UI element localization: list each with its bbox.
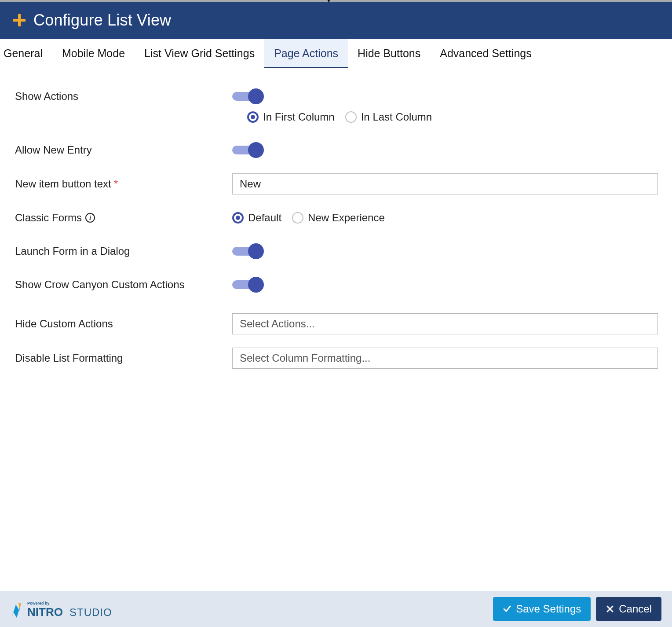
launch-form-dialog-toggle[interactable]: [232, 243, 262, 259]
svg-text:STUDIO: STUDIO: [69, 606, 112, 618]
tab-page-actions[interactable]: Page Actions: [264, 39, 348, 68]
form-content: Show Actions In First Column In Last Col…: [0, 69, 672, 591]
page-title: Configure List View: [33, 11, 171, 29]
radio-label: In Last Column: [361, 111, 432, 123]
label-text: Classic Forms: [15, 212, 82, 224]
show-crow-canyon-label: Show Crow Canyon Custom Actions: [15, 279, 232, 291]
tab-advanced-settings[interactable]: Advanced Settings: [430, 39, 541, 68]
show-actions-toggle[interactable]: [232, 88, 262, 104]
footer-logo: Powered by NITRO STUDIO: [11, 598, 125, 620]
button-label: Cancel: [619, 603, 652, 615]
radio-icon: [345, 111, 357, 123]
tab-hide-buttons[interactable]: Hide Buttons: [348, 39, 430, 68]
radio-label: Default: [248, 212, 281, 224]
svg-text:Powered by: Powered by: [27, 601, 50, 605]
new-item-button-text-label: New item button text*: [15, 178, 232, 190]
button-label: Save Settings: [516, 603, 581, 615]
check-icon: [503, 605, 511, 613]
new-item-button-text-input[interactable]: [232, 173, 658, 194]
radio-in-last-column[interactable]: In Last Column: [345, 111, 432, 123]
column-position-radio-group: In First Column In Last Column: [247, 111, 432, 123]
footer-bar: Powered by NITRO STUDIO Save Settings Ca…: [0, 591, 672, 627]
svg-text:NITRO: NITRO: [27, 605, 63, 619]
radio-label: New Experience: [308, 212, 385, 224]
svg-rect-1: [13, 19, 26, 22]
launch-form-dialog-label: Launch Form in a Dialog: [15, 245, 232, 257]
plus-icon: [12, 13, 26, 27]
show-crow-canyon-toggle[interactable]: [232, 277, 262, 293]
label-text: New item button text: [15, 178, 111, 190]
hide-custom-actions-select[interactable]: Select Actions...: [232, 313, 658, 334]
classic-forms-radio-group: Default New Experience: [232, 212, 385, 224]
info-icon[interactable]: i: [85, 213, 95, 223]
required-asterisk: *: [114, 178, 118, 190]
nitro-studio-logo-icon: Powered by NITRO STUDIO: [11, 598, 125, 620]
radio-icon: [247, 111, 259, 123]
tab-mobile-mode[interactable]: Mobile Mode: [52, 39, 135, 68]
radio-icon: [232, 212, 244, 224]
radio-in-first-column[interactable]: In First Column: [247, 111, 335, 123]
disable-list-formatting-select[interactable]: Select Column Formatting...: [232, 348, 658, 369]
tab-general[interactable]: General: [0, 39, 52, 68]
radio-icon: [292, 212, 303, 224]
select-placeholder: Select Column Formatting...: [240, 352, 370, 364]
page-header: Configure List View: [0, 2, 672, 39]
allow-new-entry-label: Allow New Entry: [15, 144, 232, 156]
select-placeholder: Select Actions...: [240, 318, 315, 330]
radio-default[interactable]: Default: [232, 212, 281, 224]
caret-mark: ▾: [327, 0, 330, 2]
save-settings-button[interactable]: Save Settings: [493, 597, 591, 621]
hide-custom-actions-label: Hide Custom Actions: [15, 318, 232, 330]
show-actions-label: Show Actions: [15, 90, 232, 103]
tab-list-view-grid[interactable]: List View Grid Settings: [135, 39, 264, 68]
close-icon: [606, 605, 614, 613]
allow-new-entry-toggle[interactable]: [232, 142, 262, 158]
radio-new-experience[interactable]: New Experience: [292, 212, 385, 224]
cancel-button[interactable]: Cancel: [596, 597, 661, 621]
radio-label: In First Column: [263, 111, 335, 123]
tabs-bar: General Mobile Mode List View Grid Setti…: [0, 39, 672, 69]
disable-list-formatting-label: Disable List Formatting: [15, 352, 232, 364]
classic-forms-label: Classic Forms i: [15, 212, 232, 224]
